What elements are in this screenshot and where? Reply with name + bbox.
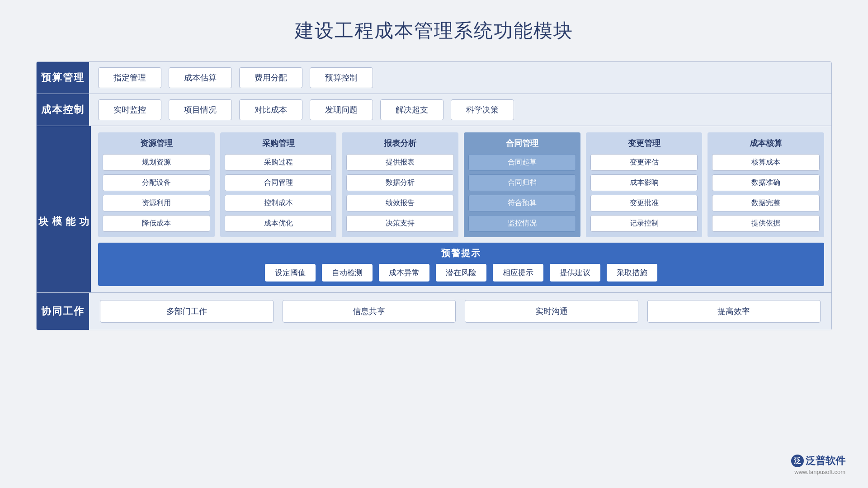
module-card-item: 核算成本 xyxy=(712,154,820,171)
func-label: 功能模块 xyxy=(37,126,91,292)
collab-row: 协同工作 多部门工作信息共享实时沟通提高效率 xyxy=(37,293,831,330)
module-card-item: 成本影响 xyxy=(590,174,698,191)
warning-item: 成本异常 xyxy=(379,264,429,282)
module-card-item: 合同管理 xyxy=(225,174,332,191)
module-card-item: 决策支持 xyxy=(346,215,454,232)
module-card: 变更管理变更评估成本影响变更批准记录控制 xyxy=(586,132,703,237)
cost-control-content: 实时监控项目情况对比成本发现问题解决超支科学决策 xyxy=(89,94,831,126)
cost-control-label: 成本控制 xyxy=(37,94,89,126)
module-card-item: 分配设备 xyxy=(103,174,210,191)
module-card-item: 变更评估 xyxy=(590,154,698,171)
warning-title: 预警提示 xyxy=(105,247,817,259)
module-card: 采购管理采购过程合同管理控制成本成本优化 xyxy=(220,132,337,237)
warning-item: 相应提示 xyxy=(493,264,543,282)
module-card-item: 提供依据 xyxy=(712,215,820,232)
cost-control-item: 项目情况 xyxy=(169,99,232,120)
cost-control-item: 对比成本 xyxy=(239,99,302,120)
logo-main: 泛 泛普软件 xyxy=(791,454,845,468)
collab-item: 提高效率 xyxy=(647,300,821,323)
module-card-item: 合同归档 xyxy=(468,174,576,191)
warning-item: 采取措施 xyxy=(607,264,657,282)
collab-item: 实时沟通 xyxy=(465,300,638,323)
page-title: 建设工程成本管理系统功能模块 xyxy=(295,18,573,43)
budget-item: 费用分配 xyxy=(239,67,302,88)
warning-item: 潜在风险 xyxy=(436,264,486,282)
budget-item: 指定管理 xyxy=(98,67,161,88)
module-card-item: 采购过程 xyxy=(225,154,332,171)
budget-label: 预算管理 xyxy=(37,62,89,94)
warning-section: 预警提示 设定阈值自动检测成本异常潜在风险相应提示提供建议采取措施 xyxy=(98,243,824,286)
module-card-item: 控制成本 xyxy=(225,195,332,211)
warning-items: 设定阈值自动检测成本异常潜在风险相应提示提供建议采取措施 xyxy=(105,264,817,282)
func-modules-row: 资源管理规划资源分配设备资源利用降低成本采购管理采购过程合同管理控制成本成本优化… xyxy=(98,132,824,237)
module-card-item: 符合预算 xyxy=(468,195,576,211)
module-card-title: 采购管理 xyxy=(262,138,295,149)
collab-content: 多部门工作信息共享实时沟通提高效率 xyxy=(89,293,831,330)
func-content: 资源管理规划资源分配设备资源利用降低成本采购管理采购过程合同管理控制成本成本优化… xyxy=(91,126,831,292)
cost-control-row: 成本控制 实时监控项目情况对比成本发现问题解决超支科学决策 xyxy=(37,94,831,126)
module-card-item: 监控情况 xyxy=(468,215,576,232)
module-card-item: 数据分析 xyxy=(346,174,454,191)
budget-row: 预算管理 指定管理成本估算费用分配预算控制 xyxy=(37,62,831,94)
module-card: 合同管理合同起草合同归档符合预算监控情况 xyxy=(464,132,580,237)
module-card-item: 数据完整 xyxy=(712,195,820,211)
logo-sub: www.fanpusoft.com xyxy=(794,469,845,475)
module-card-title: 资源管理 xyxy=(140,138,173,149)
module-card-title: 合同管理 xyxy=(506,138,538,149)
module-card: 报表分析提供报表数据分析绩效报告决策支持 xyxy=(342,132,458,237)
module-card-title: 成本核算 xyxy=(750,138,782,149)
budget-item: 预算控制 xyxy=(310,67,373,88)
cost-control-item: 科学决策 xyxy=(451,99,514,120)
module-card-item: 变更批准 xyxy=(590,195,698,211)
module-card-item: 记录控制 xyxy=(590,215,698,232)
module-card-item: 降低成本 xyxy=(103,215,210,232)
module-card-item: 规划资源 xyxy=(103,154,210,171)
logo-area: 泛 泛普软件 www.fanpusoft.com xyxy=(791,454,845,475)
module-card-item: 资源利用 xyxy=(103,195,210,211)
module-card: 成本核算核算成本数据准确数据完整提供依据 xyxy=(708,132,824,237)
budget-content: 指定管理成本估算费用分配预算控制 xyxy=(89,62,831,94)
cost-control-item: 实时监控 xyxy=(98,99,161,120)
collab-label: 协同工作 xyxy=(37,293,89,330)
module-card-item: 合同起草 xyxy=(468,154,576,171)
module-card-title: 变更管理 xyxy=(628,138,660,149)
cost-control-item: 发现问题 xyxy=(310,99,373,120)
collab-item: 信息共享 xyxy=(283,300,456,323)
main-container: 预算管理 指定管理成本估算费用分配预算控制 成本控制 实时监控项目情况对比成本发… xyxy=(36,61,832,330)
logo-text: 泛普软件 xyxy=(806,454,845,468)
warning-item: 设定阈值 xyxy=(265,264,316,282)
module-card-item: 成本优化 xyxy=(225,215,332,232)
cost-control-item: 解决超支 xyxy=(380,99,443,120)
budget-item: 成本估算 xyxy=(169,67,232,88)
module-card-item: 绩效报告 xyxy=(346,195,454,211)
module-card-item: 数据准确 xyxy=(712,174,820,191)
logo-icon: 泛 xyxy=(791,455,804,467)
module-card-item: 提供报表 xyxy=(346,154,454,171)
warning-item: 自动检测 xyxy=(322,264,373,282)
warning-item: 提供建议 xyxy=(550,264,600,282)
func-row: 功能模块 资源管理规划资源分配设备资源利用降低成本采购管理采购过程合同管理控制成… xyxy=(37,126,831,293)
module-card: 资源管理规划资源分配设备资源利用降低成本 xyxy=(98,132,215,237)
collab-item: 多部门工作 xyxy=(100,300,274,323)
module-card-title: 报表分析 xyxy=(384,138,416,149)
